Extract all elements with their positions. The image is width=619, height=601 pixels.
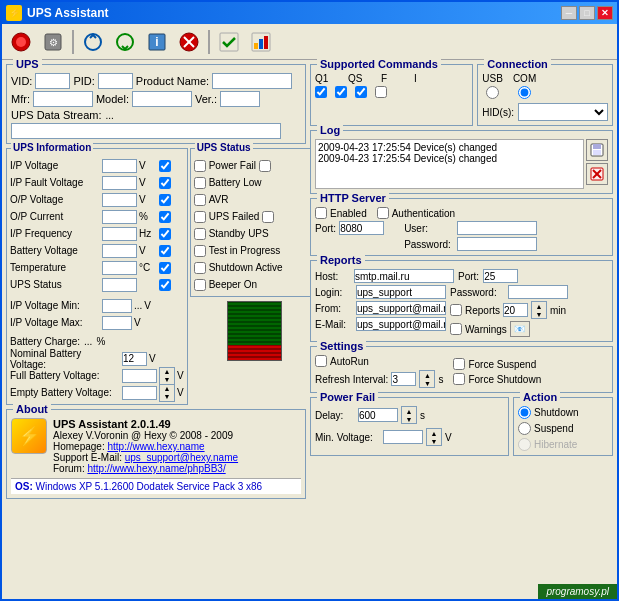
temp-cb[interactable] (159, 262, 171, 274)
op-current-cb[interactable] (159, 211, 171, 223)
pid-input[interactable] (98, 73, 133, 89)
power-fail-cb[interactable] (194, 160, 206, 172)
f-checkbox[interactable] (355, 86, 367, 98)
avr-cb[interactable] (194, 194, 206, 206)
shutdown-radio[interactable] (518, 406, 531, 419)
temp-row: Temperature °C (10, 259, 184, 276)
reports-up[interactable]: ▲ (532, 302, 546, 310)
suspend-radio[interactable] (518, 422, 531, 435)
about-forum-link[interactable]: http://www.hexy.name/phpBB3/ (87, 463, 225, 474)
refresh-input[interactable] (391, 372, 416, 386)
toolbar-info-btn[interactable]: i (142, 28, 172, 56)
bat-voltage-cb[interactable] (159, 245, 171, 257)
http-auth-cb[interactable] (377, 207, 389, 219)
op-voltage-row: O/P Voltage V (10, 191, 184, 208)
i-checkbox[interactable] (375, 86, 387, 98)
power-fail-cb2[interactable] (259, 160, 271, 172)
com-radio[interactable] (518, 86, 531, 99)
delay-down[interactable]: ▼ (402, 415, 416, 423)
about-homepage-link[interactable]: http://www.hexy.name (107, 441, 204, 452)
empty-bat-input[interactable] (122, 386, 157, 400)
http-enabled-cb[interactable] (315, 207, 327, 219)
delay-input[interactable] (358, 408, 398, 422)
model-input[interactable] (132, 91, 192, 107)
ups-failed-cb2[interactable] (262, 211, 274, 223)
op-voltage-cb[interactable] (159, 194, 171, 206)
product-input[interactable] (212, 73, 292, 89)
data-stream-input[interactable] (11, 123, 281, 139)
toolbar-power-btn[interactable] (6, 28, 36, 56)
voltage-max-input[interactable] (102, 316, 132, 330)
refresh-up[interactable]: ▲ (420, 371, 434, 379)
ip-freq-input[interactable] (102, 227, 137, 241)
min-voltage-down[interactable]: ▼ (427, 437, 441, 445)
ups-status-input[interactable] (102, 278, 137, 292)
min-voltage-up[interactable]: ▲ (427, 429, 441, 437)
ip-freq-cb[interactable] (159, 228, 171, 240)
log-clear-btn[interactable] (586, 163, 608, 185)
ups-failed-cb[interactable] (194, 211, 206, 223)
reports-count-input[interactable] (503, 303, 528, 317)
reports-login-input[interactable] (356, 285, 446, 299)
voltage-min-input[interactable] (102, 299, 132, 313)
toolbar-graph-btn[interactable] (246, 28, 276, 56)
reports-email-label: E-Mail: (315, 319, 353, 330)
usb-radio[interactable] (486, 86, 499, 99)
beeper-cb[interactable] (194, 279, 206, 291)
shutdown-cb[interactable] (194, 262, 206, 274)
autorun-cb[interactable] (315, 355, 327, 367)
warnings-btn[interactable]: 📧 (510, 321, 530, 337)
delay-up[interactable]: ▲ (402, 407, 416, 415)
reports-from-input[interactable] (356, 301, 446, 315)
toolbar-config-btn[interactable]: ⚙ (38, 28, 68, 56)
nominal-bat-input[interactable] (122, 352, 147, 366)
http-pass-input[interactable] (457, 237, 537, 251)
toolbar-refresh2-btn[interactable] (110, 28, 140, 56)
warnings-cb[interactable] (450, 323, 462, 335)
full-bat-input[interactable] (122, 369, 157, 383)
qs-checkbox[interactable] (335, 86, 347, 98)
reports-host-input[interactable] (354, 269, 454, 283)
reports-email-input[interactable] (356, 317, 446, 331)
min-voltage-input[interactable] (383, 430, 423, 444)
ip-fault-cb[interactable] (159, 177, 171, 189)
log-save-btn[interactable] (586, 139, 608, 161)
bat-voltage-input[interactable] (102, 244, 137, 258)
toolbar-cancel-btn[interactable] (174, 28, 204, 56)
force-shutdown-cb[interactable] (453, 373, 465, 385)
http-port-input[interactable] (339, 221, 384, 235)
reports-down[interactable]: ▼ (532, 310, 546, 318)
mfr-input[interactable] (33, 91, 93, 107)
refresh-down[interactable]: ▼ (420, 379, 434, 387)
temp-input[interactable] (102, 261, 137, 275)
hibernate-radio[interactable] (518, 438, 531, 451)
hid-select[interactable] (518, 103, 608, 121)
http-user-input[interactable] (457, 221, 537, 235)
battery-low-cb[interactable] (194, 177, 206, 189)
empty-bat-up[interactable]: ▲ (160, 385, 174, 393)
ver-input[interactable] (220, 91, 260, 107)
vid-input[interactable] (35, 73, 70, 89)
close-btn[interactable]: ✕ (597, 6, 613, 20)
reports-cb[interactable] (450, 304, 462, 316)
op-voltage-input[interactable] (102, 193, 137, 207)
reports-pass-input[interactable] (508, 285, 568, 299)
force-suspend-cb[interactable] (453, 358, 465, 370)
toolbar-refresh1-btn[interactable] (78, 28, 108, 56)
about-support-email[interactable]: ups_support@hexy.name (125, 452, 238, 463)
ip-fault-input[interactable] (102, 176, 137, 190)
empty-bat-down[interactable]: ▼ (160, 393, 174, 401)
full-bat-up[interactable]: ▲ (160, 368, 174, 376)
test-cb[interactable] (194, 245, 206, 257)
reports-port-input[interactable] (483, 269, 518, 283)
standby-cb[interactable] (194, 228, 206, 240)
ups-status-cb[interactable] (159, 279, 171, 291)
ip-voltage-input[interactable] (102, 159, 137, 173)
maximize-btn[interactable]: □ (579, 6, 595, 20)
minimize-btn[interactable]: ─ (561, 6, 577, 20)
op-current-input[interactable] (102, 210, 137, 224)
q1-checkbox[interactable] (315, 86, 327, 98)
ip-voltage-cb[interactable] (159, 160, 171, 172)
full-bat-down[interactable]: ▼ (160, 376, 174, 384)
toolbar-check-btn[interactable] (214, 28, 244, 56)
